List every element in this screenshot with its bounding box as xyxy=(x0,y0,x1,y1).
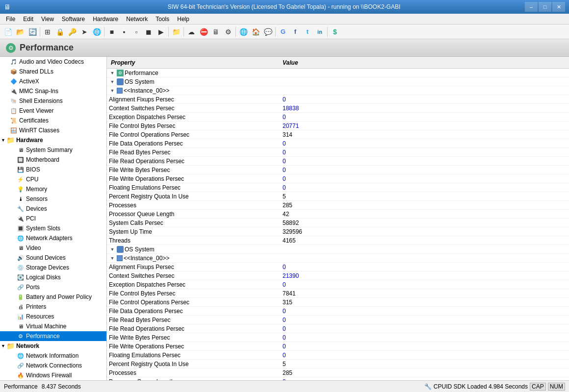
tb-grid[interactable]: ⊞ xyxy=(42,26,53,38)
sidebar-item-motherboard[interactable]: 🔲 Motherboard xyxy=(0,155,106,165)
table-row[interactable]: Percent Registry Quota In Use 5 xyxy=(107,360,569,368)
menu-help[interactable]: Help xyxy=(173,15,193,24)
close-button[interactable]: ✕ xyxy=(552,2,565,12)
tb-t[interactable]: t xyxy=(302,26,313,38)
sidebar-item-sounddevices[interactable]: 🔊 Sound Devices xyxy=(0,253,106,263)
sidebar-item-systemslots[interactable]: 🔳 System Slots xyxy=(0,223,106,233)
sidebar-item-networkconnections[interactable]: 🔗 Network Connections xyxy=(0,361,106,370)
table-row[interactable]: File Control Bytes Persec 20771 xyxy=(107,122,569,130)
sidebar-item-audio[interactable]: 🎵 Audio and Video Codecs xyxy=(0,57,106,67)
sidebar-item-cpu[interactable]: ⚡ CPU xyxy=(0,174,106,184)
sidebar-item-bios[interactable]: 💾 BIOS xyxy=(0,165,106,174)
menu-edit[interactable]: Edit xyxy=(19,15,37,24)
table-row[interactable]: Processor Queue Length 42 xyxy=(107,210,569,219)
table-row[interactable]: Floating Emulations Persec 0 xyxy=(107,351,569,360)
table-row[interactable]: Context Switches Persec 18838 xyxy=(107,104,569,113)
tree-row-performance[interactable]: ▼ ⚙ Performance xyxy=(107,69,569,77)
tb-b3[interactable]: ▫ xyxy=(130,26,142,38)
tb-arrow[interactable]: ➤ xyxy=(78,26,90,38)
tb-f[interactable]: f xyxy=(289,26,301,38)
menu-file[interactable]: File xyxy=(2,15,19,24)
maximize-button[interactable]: □ xyxy=(539,2,551,12)
sidebar-item-battery[interactable]: 🔋 Battery and Power Policy xyxy=(0,292,106,302)
tb-b1[interactable]: ■ xyxy=(106,26,118,38)
sidebar-item-mmc[interactable]: 🔌 MMC Snap-Ins xyxy=(0,86,106,96)
sidebar-item-storagedevices[interactable]: 💿 Storage Devices xyxy=(0,263,106,272)
tb-b4[interactable]: ◼ xyxy=(143,26,155,38)
minimize-button[interactable]: – xyxy=(525,2,538,12)
sidebar-item-systemsummary[interactable]: 🖥 System Summary xyxy=(0,145,106,155)
tree-row-instance-1[interactable]: ▼ <<Instance_00>> xyxy=(107,86,569,95)
sidebar-item-networkinfo[interactable]: 🌐 Network Information xyxy=(0,351,106,361)
table-row[interactable]: Processes 285 xyxy=(107,201,569,210)
table-row[interactable]: Exception Dispatches Persec 0 xyxy=(107,113,569,122)
sidebar-item-shell[interactable]: 🐚 Shell Extensions xyxy=(0,96,106,106)
tb-stop[interactable]: ⛔ xyxy=(198,26,209,38)
table-row[interactable]: Exception Dispatches Persec 0 xyxy=(107,280,569,289)
tb-cloud[interactable]: ☁ xyxy=(185,26,197,38)
table-row[interactable]: File Read Bytes Persec 0 xyxy=(107,148,569,157)
tb-b5[interactable]: ▶ xyxy=(155,26,167,38)
table-row[interactable]: File Write Bytes Persec 0 xyxy=(107,333,569,342)
tree-row-ossystem-2[interactable]: ▼ OS System xyxy=(107,245,569,254)
tb-monitor[interactable]: 🖥 xyxy=(210,26,222,38)
table-row[interactable]: Context Switches Persec 21390 xyxy=(107,271,569,280)
tree-row-ossystem-1[interactable]: ▼ OS System xyxy=(107,77,569,86)
tb-chat[interactable]: 💬 xyxy=(262,26,274,38)
table-row[interactable]: Floating Emulations Persec 0 xyxy=(107,183,569,192)
sidebar-item-eventviewer[interactable]: 📋 Event Viewer xyxy=(0,106,106,116)
sidebar-item-pci[interactable]: 🔌 PCI xyxy=(0,214,106,223)
menu-hardware[interactable]: Hardware xyxy=(89,15,122,24)
tb-refresh[interactable]: 🔄 xyxy=(26,26,38,38)
tb-new[interactable]: 📄 xyxy=(2,26,14,38)
table-row[interactable]: Alignment Fixups Persec 0 xyxy=(107,95,569,104)
tb-key[interactable]: 🔑 xyxy=(66,26,78,38)
tb-gear[interactable]: ⚙ xyxy=(222,26,234,38)
table-row[interactable]: File Control Operations Persec 314 xyxy=(107,130,569,139)
tb-open[interactable]: 📂 xyxy=(14,26,26,38)
table-row[interactable]: Processes 285 xyxy=(107,368,569,377)
table-row[interactable]: Processor Queue Length 0 xyxy=(107,377,569,380)
table-row[interactable]: System Calls Persec 58892 xyxy=(107,219,569,227)
tb-dollar[interactable]: $ xyxy=(329,26,341,38)
table-row[interactable]: File Control Operations Persec 315 xyxy=(107,298,569,307)
sidebar-item-firewall[interactable]: 🔥 Windows Firewall xyxy=(0,370,106,380)
sidebar-item-logicaldisks[interactable]: 💽 Logical Disks xyxy=(0,272,106,282)
menu-view[interactable]: View xyxy=(37,15,58,24)
sidebar-item-sensors[interactable]: 🌡 Sensors xyxy=(0,194,106,204)
sidebar-item-printers[interactable]: 🖨 Printers xyxy=(0,302,106,312)
table-row[interactable]: File Data Operations Persec 0 xyxy=(107,139,569,148)
sidebar-item-video[interactable]: 🖥 Video xyxy=(0,243,106,253)
table-row[interactable]: File Control Bytes Persec 7841 xyxy=(107,289,569,298)
sidebar-item-activex[interactable]: 🔷 ActiveX xyxy=(0,76,106,86)
table-row[interactable]: Threads 4165 xyxy=(107,236,569,245)
sidebar-category-network[interactable]: ▼ 📁 Network xyxy=(0,341,106,351)
sidebar-item-devices[interactable]: 🔧 Devices xyxy=(0,204,106,214)
table-row[interactable]: File Read Bytes Persec 0 xyxy=(107,316,569,324)
tb-lock[interactable]: 🔒 xyxy=(54,26,66,38)
menu-software[interactable]: Software xyxy=(58,15,89,24)
table-row[interactable]: Percent Registry Quota In Use 5 xyxy=(107,192,569,201)
table-row[interactable]: Alignment Fixups Persec 0 xyxy=(107,263,569,271)
menu-tools[interactable]: Tools xyxy=(152,15,173,24)
sidebar-item-performance[interactable]: ⚙ Performance xyxy=(0,331,106,341)
sidebar-item-ports[interactable]: 🔗 Ports xyxy=(0,282,106,292)
sidebar-item-certificates[interactable]: 📜 Certificates xyxy=(0,116,106,125)
tb-b2[interactable]: ▪ xyxy=(118,26,130,38)
sidebar-item-virtualmachine[interactable]: 🖥 Virtual Machine xyxy=(0,321,106,331)
table-row[interactable]: File Read Operations Persec 0 xyxy=(107,157,569,166)
table-row[interactable]: File Write Operations Persec 0 xyxy=(107,174,569,183)
menu-network[interactable]: Network xyxy=(122,15,152,24)
tb-in[interactable]: in xyxy=(314,26,326,38)
sidebar-item-networkadapters[interactable]: 🌐 Network Adapters xyxy=(0,233,106,243)
tb-ie[interactable]: 🌐 xyxy=(237,26,249,38)
sidebar-item-shareddlls[interactable]: 📦 Shared DLLs xyxy=(0,67,106,76)
table-row[interactable]: File Write Operations Persec 0 xyxy=(107,342,569,351)
table-row[interactable]: File Write Bytes Persec 0 xyxy=(107,166,569,174)
table-row[interactable]: File Read Operations Persec 0 xyxy=(107,324,569,333)
sidebar-item-winrt[interactable]: 🪟 WinRT Classes xyxy=(0,125,106,135)
tb-home[interactable]: 🏠 xyxy=(250,26,261,38)
sidebar-category-hardware[interactable]: ▼ 📁 Hardware xyxy=(0,135,106,145)
tb-world[interactable]: 🌐 xyxy=(91,26,103,38)
table-row[interactable]: File Data Operations Persec 0 xyxy=(107,307,569,316)
